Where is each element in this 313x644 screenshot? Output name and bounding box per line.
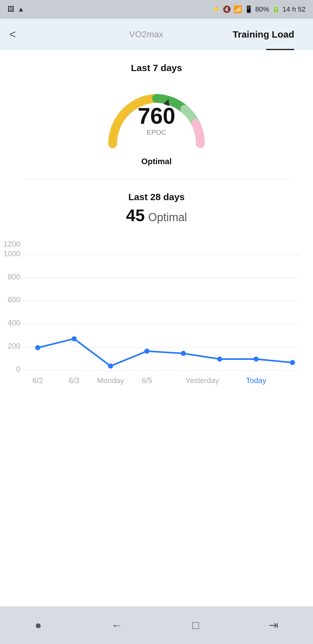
back-nav-button[interactable]: ← — [111, 619, 123, 632]
svg-text:6/3: 6/3 — [69, 376, 80, 385]
status-bar-left: 🖼 ▲ — [8, 5, 24, 13]
svg-text:6/2: 6/2 — [33, 376, 43, 385]
svg-point-15 — [72, 336, 77, 341]
recent-apps-icon: □ — [192, 619, 199, 632]
svg-text:400: 400 — [8, 319, 20, 327]
section-28days-title: Last 28 days — [128, 192, 185, 202]
svg-point-21 — [290, 360, 295, 365]
wifi-icon: 📶 — [233, 5, 242, 13]
section-28days-number: 45 — [126, 206, 145, 225]
svg-text:1000: 1000 — [3, 249, 20, 258]
section-7days: Last 7 days 760 EPOC Optim — [0, 50, 313, 173]
status-bar: 🖼 ▲ ⚡ 🔇 📶 📱 80% 🔋 14 h 52 — [0, 0, 313, 19]
svg-point-20 — [254, 356, 259, 361]
svg-text:6/5: 6/5 — [142, 376, 152, 385]
main-content: Last 7 days 760 EPOC Optim — [0, 50, 313, 606]
menu-icon: ⇥ — [269, 619, 278, 632]
gauge-status: Optimal — [141, 157, 172, 166]
home-icon: ● — [35, 619, 42, 632]
mute-icon: 🔇 — [223, 5, 231, 13]
gauge-number: 760 — [138, 105, 175, 127]
svg-text:800: 800 — [8, 273, 20, 281]
svg-text:200: 200 — [8, 342, 20, 350]
section-28days-status: Optimal — [148, 211, 187, 224]
gauge-value: 760 EPOC — [138, 105, 175, 137]
status-bar-right: ⚡ 🔇 📶 📱 80% 🔋 14 h 52 — [212, 5, 305, 13]
nav-bar: < VO2max Training Load — [0, 19, 313, 50]
svg-point-17 — [144, 349, 149, 354]
gauge-container: 760 EPOC — [97, 83, 216, 152]
gauge-epoc-label: EPOC — [138, 128, 175, 137]
svg-text:600: 600 — [8, 295, 20, 304]
bottom-nav: ● ← □ ⇥ — [0, 606, 313, 644]
training-load-tab[interactable]: Training Load — [233, 29, 294, 40]
svg-text:Monday: Monday — [97, 376, 124, 385]
section-28days-value: 45 Optimal — [126, 205, 187, 225]
svg-point-16 — [108, 364, 113, 369]
menu-button[interactable]: ⇥ — [269, 619, 278, 632]
svg-text:Yesterday: Yesterday — [186, 376, 219, 385]
triangle-icon: ▲ — [18, 5, 24, 13]
bluetooth-icon: ⚡ — [212, 5, 220, 13]
svg-text:Today: Today — [246, 376, 267, 385]
chart-container: 0 200 400 600 800 1000 1200 6/2 6/3 Mond… — [0, 234, 313, 407]
back-nav-icon: ← — [111, 619, 123, 632]
signal-icon: 📱 — [244, 5, 253, 13]
battery-percentage: 80% — [255, 5, 269, 13]
recent-apps-button[interactable]: □ — [192, 619, 199, 632]
home-button[interactable]: ● — [35, 619, 42, 632]
svg-text:0: 0 — [16, 365, 20, 373]
battery-icon: 🔋 — [272, 5, 280, 13]
svg-point-18 — [181, 351, 186, 356]
section-7days-title: Last 7 days — [131, 63, 182, 73]
svg-point-14 — [35, 345, 40, 350]
time-display: 14 h 52 — [283, 5, 305, 13]
svg-text:1200: 1200 — [3, 240, 20, 248]
back-button[interactable]: < — [9, 28, 16, 41]
active-tab-indicator — [266, 49, 294, 50]
vo2max-tab[interactable]: VO2max — [129, 29, 163, 39]
section-28days: Last 28 days 45 Optimal — [0, 185, 313, 234]
image-icon: 🖼 — [8, 5, 14, 13]
chart-svg: 0 200 400 600 800 1000 1200 6/2 6/3 Mond… — [22, 234, 307, 399]
section-divider — [23, 179, 290, 179]
svg-point-19 — [217, 356, 222, 361]
